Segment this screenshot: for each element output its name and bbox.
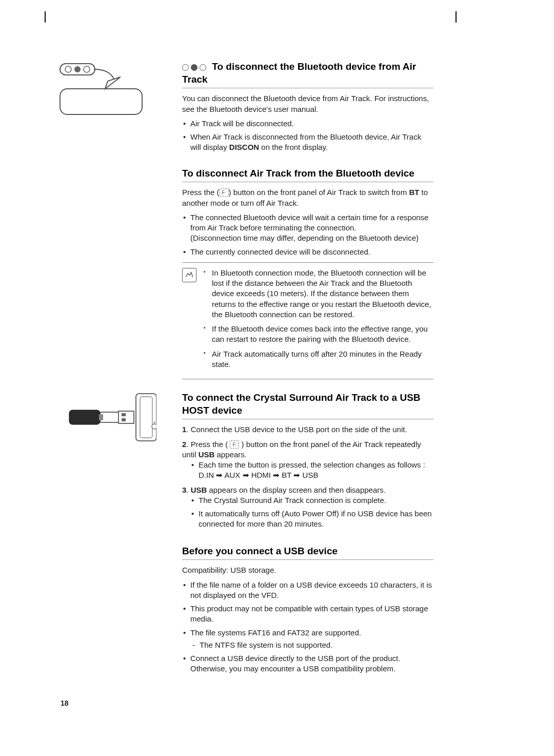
svg-point-2 <box>65 66 71 72</box>
list-item: If the file name of a folder on a USB de… <box>182 580 433 601</box>
body-text: Press the () button on the front panel o… <box>182 187 433 208</box>
list-item: The currently connected device will be d… <box>182 247 433 257</box>
svg-point-13 <box>152 424 156 429</box>
note-icon <box>182 268 196 282</box>
svg-rect-6 <box>140 397 152 438</box>
svg-rect-11 <box>69 410 100 424</box>
svg-rect-0 <box>60 89 142 114</box>
list-item: When Air Track is disconnected from the … <box>182 132 433 153</box>
list-item: Connect a USB device directly to the USB… <box>182 653 433 674</box>
list-item: The connected Bluetooth device will wait… <box>182 212 433 244</box>
section-heading: To disconnect the Bluetooth device from … <box>182 61 433 88</box>
list-item: Each time the button is pressed, the sel… <box>190 460 433 481</box>
list-item: Air Track will be disconnected. <box>182 119 433 129</box>
svg-rect-7 <box>118 411 134 423</box>
note-item: Air Track automatically turns off after … <box>203 349 433 370</box>
page-number: 18 <box>61 699 69 707</box>
list-sub-item: The NTFS file system is not supported. <box>190 640 433 650</box>
section-heading: Before you connect a USB device <box>182 545 433 560</box>
step-item: 3. USB appears on the display screen and… <box>182 485 433 530</box>
svg-rect-8 <box>122 413 126 416</box>
bluetooth-illustration <box>59 61 156 117</box>
list-item: This product may not be compatible with … <box>182 604 433 625</box>
function-button-icon <box>220 188 229 197</box>
list-item: The file systems FAT16 and FAT32 are sup… <box>182 628 433 651</box>
section-heading: To disconnect Air Track from the Bluetoo… <box>182 167 433 183</box>
body-text: Compatibility: USB storage. <box>182 565 433 575</box>
function-button-icon <box>230 440 239 449</box>
note-item: In Bluetooth connection mode, the Blueto… <box>203 268 433 320</box>
note-item: If the Bluetooth device comes back into … <box>203 324 433 345</box>
crop-marks <box>0 11 554 22</box>
note-block: In Bluetooth connection mode, the Blueto… <box>182 263 433 379</box>
step-item: 1. Connect the USB device to the USB por… <box>182 424 433 435</box>
step-item: 2. Press the ( ) button on the front pan… <box>182 439 433 481</box>
mode-chain: D.IN ➡ AUX ➡ HDMI ➡ BT ➡ USB <box>199 471 318 479</box>
svg-rect-12 <box>99 414 103 420</box>
list-item: It automatically turns off (Auto Power O… <box>190 509 433 530</box>
svg-point-3 <box>74 66 81 72</box>
section-heading: To connect the Crystal Surround Air Trac… <box>182 392 433 419</box>
usb-illustration <box>59 392 156 443</box>
svg-rect-9 <box>122 418 126 421</box>
list-item: The Crystal Surround Air Track connectio… <box>190 495 433 506</box>
dots-icon <box>182 64 206 71</box>
body-text: You can disconnect the Bluetooth device … <box>182 93 433 114</box>
svg-point-4 <box>84 66 90 72</box>
